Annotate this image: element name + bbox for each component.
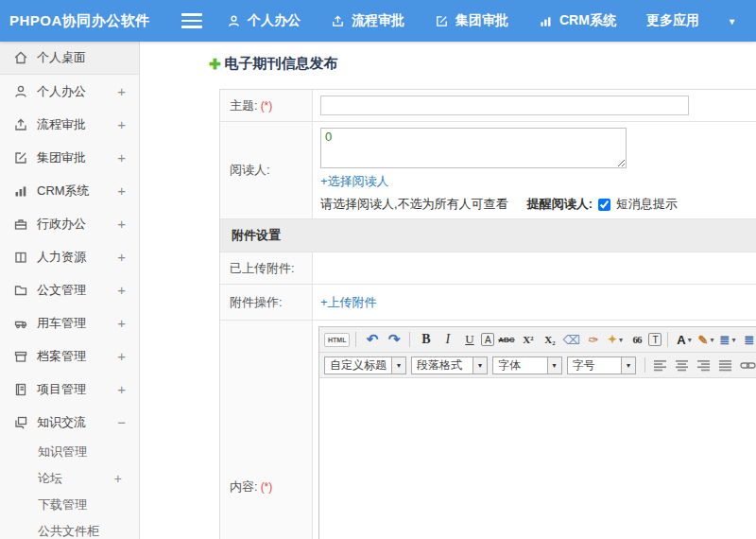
- highlight-color-button[interactable]: ✎ ▾: [696, 330, 715, 349]
- chevron-down-icon: ▾: [621, 357, 635, 374]
- toolbar-separator: [409, 332, 410, 347]
- unordered-list-button[interactable]: ≣: [739, 330, 756, 349]
- expand-icon[interactable]: +: [117, 249, 126, 265]
- expand-icon[interactable]: +: [117, 149, 126, 165]
- nav-group-approval[interactable]: 集团审批: [435, 12, 508, 29]
- briefcase-icon: [13, 217, 28, 232]
- nav-personal-office[interactable]: 个人办公: [227, 12, 301, 29]
- blockquote-button[interactable]: 66: [627, 330, 646, 349]
- sidebar-item-desktop[interactable]: 个人桌面: [0, 42, 139, 75]
- expand-icon[interactable]: +: [117, 216, 126, 232]
- chevron-down-icon: ▾: [547, 357, 561, 374]
- subject-label: 主题: (*): [220, 90, 313, 121]
- sidebar-item-knowledge-exchange[interactable]: 知识交流 −: [0, 406, 139, 439]
- collapse-icon[interactable]: −: [117, 414, 126, 430]
- sidebar-item-project-mgmt[interactable]: 项目管理 +: [0, 373, 139, 406]
- plus-icon: ✚: [209, 56, 221, 73]
- menu-toggle-icon[interactable]: [181, 13, 202, 28]
- align-right-button[interactable]: [695, 356, 714, 374]
- required-mark: (*): [261, 99, 273, 113]
- font-family-select[interactable]: 字体 ▾: [492, 356, 561, 374]
- nav-more-apps[interactable]: 更多应用: [646, 12, 699, 29]
- expand-icon[interactable]: +: [117, 348, 126, 364]
- more-apps-caret[interactable]: ▾: [730, 16, 734, 26]
- home-icon: [13, 50, 28, 65]
- nav-crm[interactable]: CRM系统: [539, 12, 616, 29]
- font-size-select[interactable]: 字号 ▾: [567, 356, 636, 374]
- archive-icon: [13, 349, 28, 364]
- sidebar-item-hr[interactable]: 人力资源 +: [0, 240, 139, 273]
- font-color-button[interactable]: A ▾: [674, 330, 694, 349]
- expand-icon[interactable]: +: [117, 315, 126, 331]
- sidebar: 个人桌面 个人办公 + 流程审批 + 集团审批 + CRM系统 + 行政办公 +…: [0, 42, 140, 539]
- editor-toolbar-row1: HTML ↶ ↷ B I U A ABC X² X₂ ⌫ ✑: [319, 327, 756, 353]
- sms-remind-checkbox[interactable]: [598, 199, 610, 211]
- sidebar-subitem-knowledge-mgmt[interactable]: 知识管理: [0, 439, 139, 465]
- folder-icon: [13, 283, 28, 298]
- format-brush-button[interactable]: ✑: [583, 330, 603, 349]
- expand-icon[interactable]: +: [117, 183, 126, 199]
- redo-button[interactable]: ↷: [384, 330, 404, 349]
- sidebar-item-vehicle-mgmt[interactable]: 用车管理 +: [0, 306, 139, 339]
- top-nav: 个人办公 流程审批 集团审批 CRM系统 更多应用 ▾: [227, 12, 734, 29]
- remind-readers-label: 提醒阅读人:: [527, 196, 593, 213]
- subscript-button[interactable]: X₂: [540, 330, 559, 349]
- paste-plain-button[interactable]: T: [648, 333, 662, 346]
- rich-text-editor: HTML ↶ ↷ B I U A ABC X² X₂ ⌫ ✑: [318, 326, 756, 539]
- ordered-list-button[interactable]: ≣ ▾: [717, 330, 737, 349]
- insert-link-button[interactable]: [738, 356, 756, 374]
- readers-row: 阅读人: 0 +选择阅读人 请选择阅读人,不选为所有人可查看 提醒阅读人: 短消…: [220, 122, 756, 219]
- expand-icon[interactable]: +: [114, 471, 122, 486]
- select-readers-link[interactable]: +选择阅读人: [320, 174, 389, 188]
- sidebar-item-archive-mgmt[interactable]: 档案管理 +: [0, 339, 139, 373]
- sidebar-subitem-public-cabinet[interactable]: 公共文件柜: [0, 518, 139, 539]
- sidebar-item-admin-office[interactable]: 行政办公 +: [0, 207, 139, 240]
- align-justify-button[interactable]: [716, 356, 736, 374]
- sidebar-item-personal-office[interactable]: 个人办公 +: [0, 75, 139, 108]
- chevron-down-icon: ▾: [688, 336, 692, 344]
- editor-content-area[interactable]: [319, 378, 756, 539]
- sidebar-item-workflow-approval[interactable]: 流程审批 +: [0, 108, 139, 141]
- expand-icon[interactable]: +: [117, 116, 126, 132]
- chevron-down-icon: ▾: [619, 336, 623, 344]
- strikethrough-button[interactable]: ABC: [496, 330, 516, 349]
- chevron-down-icon: ▾: [731, 336, 735, 344]
- edit-icon: [435, 14, 449, 28]
- undo-button[interactable]: ↶: [362, 330, 382, 349]
- expand-icon[interactable]: +: [117, 282, 126, 298]
- nav-workflow-approval[interactable]: 流程审批: [331, 12, 404, 29]
- bar-chart-icon: [539, 14, 553, 28]
- font-style-button[interactable]: A: [481, 333, 494, 346]
- align-left-button[interactable]: [651, 356, 671, 374]
- expand-icon[interactable]: +: [117, 381, 126, 397]
- chevron-down-icon: ▾: [391, 357, 405, 374]
- bold-button[interactable]: B: [416, 330, 436, 349]
- align-center-button[interactable]: [673, 356, 693, 374]
- sidebar-item-group-approval[interactable]: 集团审批 +: [0, 141, 139, 174]
- source-code-button[interactable]: HTML: [324, 333, 350, 347]
- uploaded-attachments-label: 已上传附件:: [220, 252, 313, 284]
- underline-button[interactable]: U: [459, 330, 479, 349]
- attachment-actions-row: 附件操作: +上传附件: [220, 285, 756, 321]
- expand-icon[interactable]: +: [117, 83, 126, 99]
- subject-input[interactable]: [320, 96, 689, 115]
- superscript-button[interactable]: X²: [518, 330, 538, 349]
- toolbar-separator: [355, 332, 356, 347]
- sidebar-item-document-mgmt[interactable]: 公文管理 +: [0, 273, 139, 306]
- publish-form: 主题: (*) 阅读人: 0 +选择阅读人 请选择阅读人,不选为所有人可查看 提…: [219, 89, 756, 539]
- uploaded-attachments-row: 已上传附件:: [220, 252, 756, 285]
- italic-button[interactable]: I: [438, 330, 457, 349]
- upload-attachment-link[interactable]: +上传附件: [320, 294, 756, 311]
- sidebar-subitem-download-mgmt[interactable]: 下载管理: [0, 492, 139, 518]
- custom-heading-select[interactable]: 自定义标题 ▾: [324, 356, 406, 374]
- auto-typeset-button[interactable]: ✦ ▾: [605, 330, 625, 349]
- readers-textarea[interactable]: 0: [320, 128, 627, 168]
- paragraph-format-select[interactable]: 段落格式 ▾: [411, 356, 488, 374]
- toolbar-separator: [667, 332, 668, 347]
- bar-chart-icon: [13, 183, 28, 199]
- remove-format-button[interactable]: ⌫: [561, 330, 581, 349]
- subject-row: 主题: (*): [220, 90, 756, 122]
- sidebar-item-crm[interactable]: CRM系统 +: [0, 174, 139, 207]
- sidebar-subitem-forum[interactable]: 论坛 +: [0, 465, 139, 492]
- share-icon: [13, 117, 28, 132]
